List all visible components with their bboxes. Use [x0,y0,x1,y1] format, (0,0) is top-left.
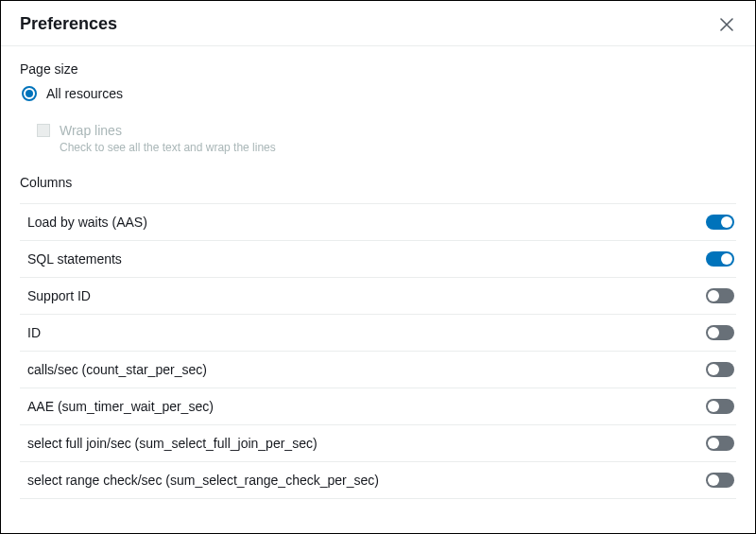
column-toggle[interactable] [706,473,734,488]
column-toggle[interactable] [706,325,734,340]
modal-header: Preferences [1,1,755,46]
column-toggle[interactable] [706,436,734,451]
page-size-label: Page size [20,61,736,77]
toggle-knob-icon [708,401,719,412]
column-label: AAE (sum_timer_wait_per_sec) [27,399,214,414]
page-size-option-label: All resources [46,86,123,101]
columns-label: Columns [20,175,736,190]
column-label: Support ID [27,288,91,303]
column-label: Load by waits (AAS) [27,215,147,230]
toggle-knob-icon [708,327,719,338]
toggle-knob-icon [721,253,732,265]
column-label: SQL statements [27,251,122,267]
modal-body: Page size All resources Wrap lines Check… [1,46,755,533]
column-row: SQL statements [20,241,736,278]
close-button[interactable] [717,15,736,34]
page-size-option-all[interactable]: All resources [22,86,736,101]
close-icon [720,18,733,31]
column-row: select full join/sec (sum_select_full_jo… [20,425,736,462]
column-toggle[interactable] [706,399,734,414]
column-label: select range check/sec (sum_select_range… [27,473,379,488]
toggle-knob-icon [708,438,719,449]
modal-title: Preferences [20,14,117,34]
wrap-lines-option: Wrap lines Check to see all the text and… [37,122,736,154]
preferences-modal: Preferences Page size All resources Wrap… [0,0,756,534]
columns-list: Load by waits (AAS)SQL statementsSupport… [20,203,736,499]
wrap-lines-label: Wrap lines [60,122,276,139]
toggle-knob-icon [708,290,719,301]
checkbox-disabled-icon [37,124,50,137]
column-label: select full join/sec (sum_select_full_jo… [27,436,318,451]
column-row: ID [20,315,736,352]
wrap-lines-desc: Check to see all the text and wrap the l… [60,141,276,154]
column-row: Support ID [20,278,736,315]
column-row: calls/sec (count_star_per_sec) [20,352,736,388]
toggle-knob-icon [721,216,732,228]
column-row: select range check/sec (sum_select_range… [20,462,736,499]
column-toggle[interactable] [706,251,734,267]
toggle-knob-icon [708,474,719,486]
column-row: Load by waits (AAS) [20,204,736,241]
toggle-knob-icon [708,364,719,375]
column-toggle[interactable] [706,288,734,303]
column-row: AAE (sum_timer_wait_per_sec) [20,388,736,425]
radio-selected-icon [22,86,37,101]
column-label: ID [27,325,41,340]
column-toggle[interactable] [706,362,734,377]
column-toggle[interactable] [706,215,734,230]
column-label: calls/sec (count_star_per_sec) [27,362,207,377]
